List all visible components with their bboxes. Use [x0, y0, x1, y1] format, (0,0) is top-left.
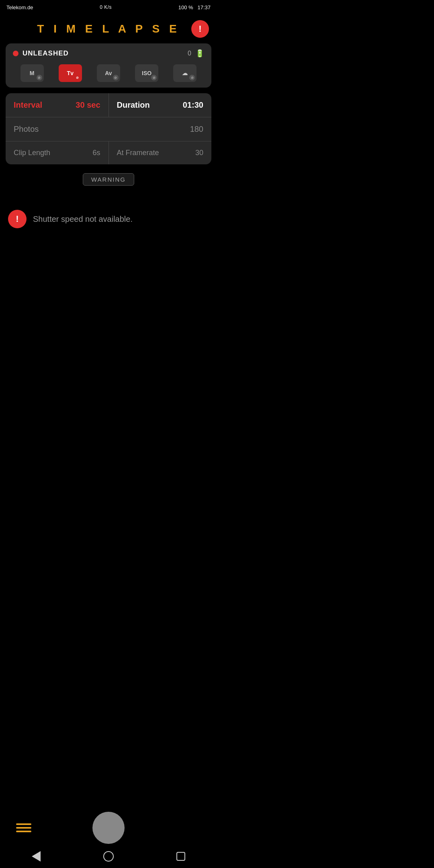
time-battery: 100 % 17:37 — [178, 4, 211, 10]
time-text: 17:37 — [197, 4, 211, 10]
mode-av-no-icon: ⊘ — [113, 75, 119, 80]
mode-iso-button[interactable]: ISO ⊘ — [135, 64, 158, 82]
mode-tv-button[interactable]: Tv ⊘ — [59, 64, 82, 82]
photos-row: Photos 180 — [6, 117, 211, 141]
framerate-value: 30 — [195, 149, 203, 157]
mode-tv-no-icon: ⊘ — [75, 75, 80, 80]
photos-label: Photos — [14, 125, 39, 134]
header: T I M E L A P S E ! — [0, 14, 217, 43]
battery-text: 100 % — [178, 4, 193, 10]
mode-m-label: M — [30, 70, 35, 76]
alert-button[interactable]: ! — [191, 20, 209, 38]
mode-cloud-label: ☁ — [182, 70, 188, 76]
battery-icon: 🔋 — [195, 49, 204, 58]
battery-count: 0 — [188, 50, 191, 57]
device-row: UNLEASHED 0 🔋 — [13, 49, 204, 58]
network-speed: 0 K/s — [100, 4, 112, 10]
interval-tab[interactable]: Interval 30 sec — [6, 93, 108, 117]
carrier-text: Telekom.de — [6, 4, 33, 10]
mode-m-button[interactable]: M ⊘ — [20, 64, 44, 82]
mode-buttons: M ⊘ Tv ⊘ Av ⊘ ISO ⊘ ☁ ⊘ — [13, 64, 204, 82]
mode-iso-label: ISO — [142, 70, 151, 76]
mode-cloud-button[interactable]: ☁ ⊘ — [173, 64, 197, 82]
clip-length-value: 6s — [92, 149, 100, 157]
settings-panel: Interval 30 sec Duration 01:30 Photos 18… — [6, 93, 211, 164]
mode-cloud-no-icon: ⊘ — [189, 75, 195, 80]
mode-iso-no-icon: ⊘ — [151, 75, 157, 80]
tab-row: Interval 30 sec Duration 01:30 — [6, 93, 211, 117]
mode-m-no-icon: ⊘ — [37, 75, 42, 80]
status-bar: Telekom.de 0 K/s 100 % 17:37 — [0, 0, 217, 14]
recording-dot — [13, 51, 18, 56]
mode-tv-label: Tv — [67, 70, 74, 76]
mode-av-button[interactable]: Av ⊘ — [97, 64, 120, 82]
clip-length-label: Clip Length — [14, 149, 50, 157]
duration-label: Duration — [117, 100, 150, 110]
clip-row: Clip Length 6s At Framerate 30 — [6, 141, 211, 164]
mode-av-label: Av — [105, 70, 112, 76]
interval-value: 30 sec — [76, 100, 100, 110]
framerate-label: At Framerate — [117, 149, 159, 157]
warning-area: WARNING — [6, 173, 211, 186]
duration-value: 01:30 — [183, 100, 203, 110]
device-status-right: 0 🔋 — [188, 49, 204, 58]
device-panel: UNLEASHED 0 🔋 M ⊘ Tv ⊘ Av ⊘ ISO ⊘ ☁ ⊘ — [6, 43, 211, 88]
error-text: Shutter speed not available. — [33, 215, 133, 224]
photos-value: 180 — [190, 125, 203, 134]
interval-label: Interval — [14, 100, 42, 110]
clip-length-item[interactable]: Clip Length 6s — [6, 141, 108, 164]
warning-badge: WARNING — [83, 173, 134, 186]
device-name: UNLEASHED — [23, 49, 69, 57]
framerate-item[interactable]: At Framerate 30 — [108, 141, 212, 164]
error-message: ! Shutter speed not available. — [8, 210, 209, 228]
alert-icon: ! — [199, 24, 201, 34]
error-icon: ! — [8, 210, 27, 228]
device-status-left: UNLEASHED — [13, 49, 69, 57]
app-title: T I M E L A P S E — [37, 23, 180, 35]
duration-tab[interactable]: Duration 01:30 — [108, 93, 212, 117]
